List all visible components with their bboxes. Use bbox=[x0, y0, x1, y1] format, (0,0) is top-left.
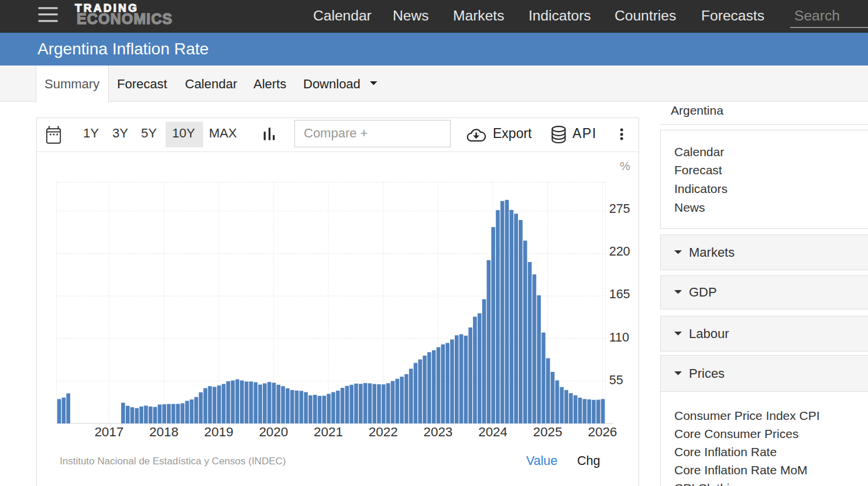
svg-text:2017: 2017 bbox=[94, 425, 123, 439]
svg-text:2026: 2026 bbox=[588, 425, 617, 439]
svg-text:2018: 2018 bbox=[149, 425, 179, 439]
svg-text:110: 110 bbox=[609, 330, 629, 344]
svg-text:2019: 2019 bbox=[204, 425, 234, 439]
svg-text:2025: 2025 bbox=[533, 425, 562, 439]
svg-text:220: 220 bbox=[609, 244, 630, 258]
svg-text:%: % bbox=[620, 160, 630, 173]
svg-text:2023: 2023 bbox=[423, 425, 452, 439]
svg-text:2020: 2020 bbox=[259, 425, 288, 439]
svg-text:2024: 2024 bbox=[478, 425, 507, 439]
svg-text:2021: 2021 bbox=[314, 425, 343, 439]
svg-text:165: 165 bbox=[609, 287, 630, 301]
svg-text:55: 55 bbox=[609, 373, 623, 387]
svg-text:275: 275 bbox=[609, 202, 630, 216]
svg-text:2022: 2022 bbox=[369, 425, 398, 439]
